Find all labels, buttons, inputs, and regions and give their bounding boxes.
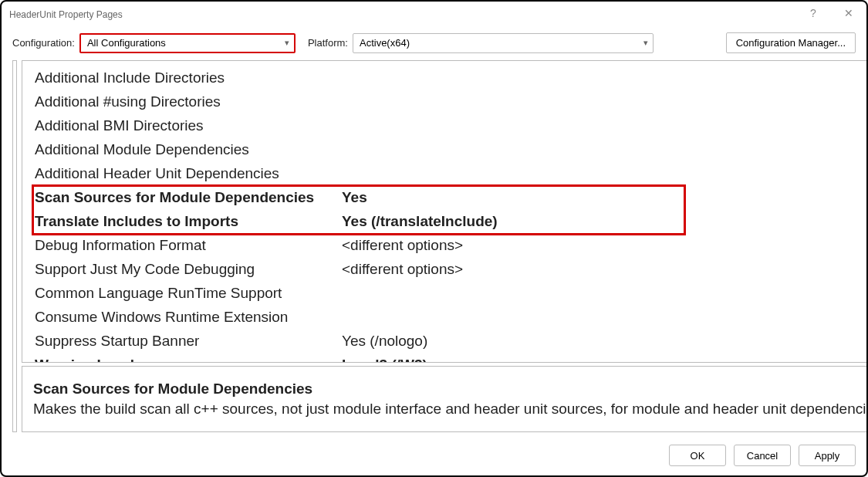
- tree-linker[interactable]: ▹Linker: [16, 331, 17, 346]
- property-label: Translate Includes to Imports: [35, 213, 339, 230]
- cancel-label: Cancel: [747, 450, 778, 462]
- description-title: Scan Sources for Module Dependencies: [33, 381, 868, 398]
- property-label: Common Language RunTime Support: [35, 285, 339, 302]
- cancel-button[interactable]: Cancel: [734, 445, 791, 466]
- tree-manifest[interactable]: ▹Manifest Tool: [16, 346, 17, 360]
- configuration-select-value: All Configurations: [87, 37, 166, 49]
- tree-ccpp-general[interactable]: General: [16, 152, 17, 170]
- description-text: Makes the build scan all c++ sources, no…: [33, 401, 868, 418]
- tree-ccpp-precompiled[interactable]: Precompiled Headers: [16, 228, 17, 243]
- tree-advanced[interactable]: Advanced: [16, 93, 17, 108]
- dialog-footer: OK Cancel Apply: [669, 445, 856, 466]
- property-row[interactable]: Common Language RunTime Support: [35, 281, 868, 305]
- property-label: Suppress Startup Banner: [35, 333, 339, 350]
- tree-debugging[interactable]: Debugging: [16, 108, 17, 123]
- property-label: Additional Header Unit Dependencies: [35, 165, 339, 182]
- window-title: HeaderUnit Property Pages: [9, 9, 123, 20]
- config-label: Configuration:: [12, 37, 75, 49]
- description-panel: Scan Sources for Module Dependencies Mak…: [22, 366, 868, 432]
- config-row: Configuration: All Configurations Platfo…: [2, 28, 866, 59]
- property-row[interactable]: Additional Header Unit Dependencies: [35, 161, 868, 185]
- property-row[interactable]: Scan Sources for Module DependenciesYes: [35, 185, 868, 209]
- tree-ccpp[interactable]: ▾C/C++: [16, 137, 17, 152]
- tree-ccpp-outputfiles[interactable]: Output Files: [16, 243, 17, 258]
- tree-browseinfo[interactable]: ▹Browse Information: [16, 375, 17, 390]
- property-label: Warning Level: [35, 357, 339, 364]
- property-label: Additional Include Directories: [35, 69, 339, 86]
- apply-button[interactable]: Apply: [799, 445, 856, 466]
- property-row[interactable]: Translate Includes to ImportsYes (/trans…: [35, 209, 868, 233]
- cfgmgr-label: Configuration Manager...: [736, 37, 846, 49]
- content-area: ▾Configuration Properties General Advanc…: [12, 60, 856, 432]
- property-row[interactable]: Warning LevelLevel3 (/W3): [35, 353, 868, 363]
- property-value[interactable]: Yes (/translateInclude): [339, 213, 868, 230]
- property-label: Additional Module Dependencies: [35, 141, 339, 158]
- tree-ccpp-advanced[interactable]: Advanced: [16, 287, 17, 302]
- property-value[interactable]: <different options>: [339, 237, 868, 254]
- tree-codeanalysis[interactable]: ▹Code Analysis: [16, 419, 17, 432]
- platform-select[interactable]: Active(x64): [353, 33, 654, 53]
- configuration-manager-button[interactable]: Configuration Manager...: [726, 32, 856, 53]
- property-row[interactable]: Debug Information Format<different optio…: [35, 233, 868, 257]
- platform-select-value: Active(x64): [360, 37, 410, 49]
- tree-ccpp-alloptions[interactable]: All Options: [16, 302, 17, 316]
- platform-label: Platform:: [308, 37, 348, 49]
- tree-ccpp-language[interactable]: Language: [16, 214, 17, 228]
- tree-vcpp[interactable]: VC++ Directories: [16, 123, 17, 137]
- tree-custombuild[interactable]: ▹Custom Build Step: [16, 404, 17, 419]
- tree-ccpp-browseinfo[interactable]: Browse Information: [16, 258, 17, 272]
- sidebar-tree[interactable]: ▾Configuration Properties General Advanc…: [12, 60, 17, 432]
- property-row[interactable]: Support Just My Code Debugging<different…: [35, 257, 868, 281]
- tree-ccpp-external[interactable]: External Includes: [16, 272, 17, 287]
- help-icon[interactable]: ?: [795, 2, 831, 25]
- ok-label: OK: [691, 450, 705, 462]
- property-value[interactable]: Yes: [339, 189, 868, 206]
- property-label: Debug Information Format: [35, 237, 339, 254]
- property-row[interactable]: Additional BMI Directories: [35, 113, 868, 137]
- property-label: Consume Windows Runtime Extension: [35, 309, 339, 326]
- property-row[interactable]: Suppress Startup BannerYes (/nologo): [35, 329, 868, 353]
- property-row[interactable]: Consume Windows Runtime Extension: [35, 305, 868, 329]
- tree-ccpp-codegen[interactable]: Code Generation: [16, 199, 17, 214]
- property-grid[interactable]: Additional Include DirectoriesAdditional…: [22, 60, 868, 363]
- property-label: Additional #using Directories: [35, 93, 339, 110]
- property-label: Scan Sources for Module Dependencies: [35, 189, 339, 206]
- property-label: Additional BMI Directories: [35, 117, 339, 134]
- titlebar: HeaderUnit Property Pages ? ✕: [2, 2, 866, 28]
- tree-buildevents[interactable]: ▹Build Events: [16, 390, 17, 404]
- ok-button[interactable]: OK: [669, 445, 726, 466]
- tree-root[interactable]: ▾Configuration Properties: [16, 64, 17, 79]
- property-value[interactable]: <different options>: [339, 261, 868, 278]
- property-value[interactable]: Yes (/nologo): [339, 333, 868, 350]
- tree-xmldoc[interactable]: ▹XML Document Generator: [16, 360, 17, 375]
- tree-ccpp-optimization[interactable]: Optimization: [16, 170, 17, 184]
- property-row[interactable]: Additional Include Directories: [35, 66, 868, 90]
- apply-label: Apply: [815, 450, 840, 462]
- configuration-select[interactable]: All Configurations: [79, 33, 296, 53]
- property-row[interactable]: Additional Module Dependencies: [35, 137, 868, 161]
- property-label: Support Just My Code Debugging: [35, 261, 339, 278]
- property-value[interactable]: Level3 (/W3): [339, 357, 868, 364]
- property-row[interactable]: Additional #using Directories: [35, 90, 868, 113]
- close-icon[interactable]: ✕: [831, 2, 866, 25]
- tree-ccpp-cmdline[interactable]: Command Line: [16, 316, 17, 331]
- tree-ccpp-preprocessor[interactable]: Preprocessor: [16, 184, 17, 199]
- tree-general[interactable]: General: [16, 79, 17, 93]
